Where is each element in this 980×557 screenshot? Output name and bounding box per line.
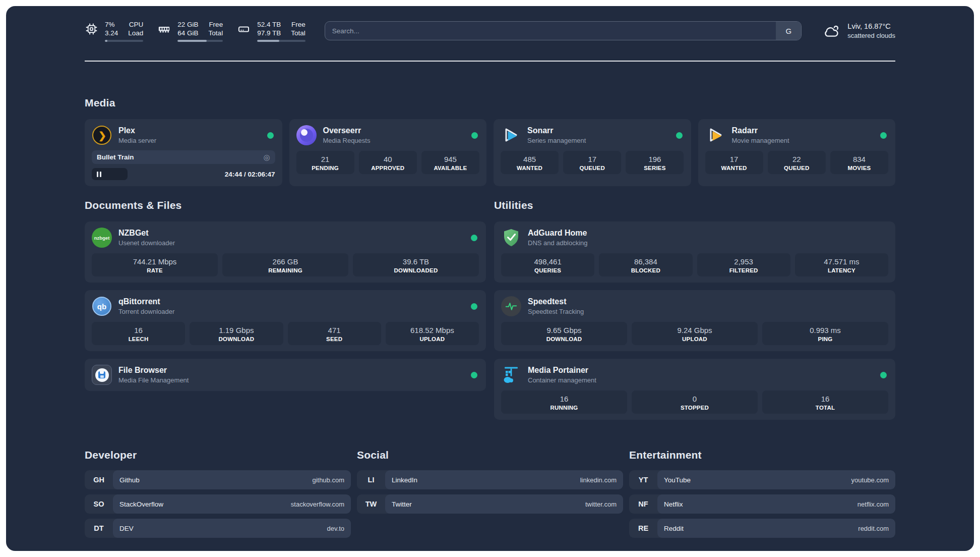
link-name: StackOverflow	[119, 500, 163, 508]
link-abbr: GH	[85, 470, 113, 489]
status-online-dot	[267, 132, 274, 139]
memory-total-label: Total	[209, 29, 223, 37]
stat-box: 196SERIES	[626, 151, 684, 174]
disk-icon	[237, 22, 251, 36]
link-url: youtube.com	[851, 476, 889, 484]
disk-total: 97.9 TB	[257, 29, 281, 37]
cpu-load: 3.24	[105, 29, 118, 37]
link-name: YouTube	[664, 476, 691, 484]
link-name: Netflix	[664, 500, 683, 508]
app-description: DNS and adblocking	[528, 239, 888, 247]
app-description: Series management	[527, 136, 669, 145]
adguard-icon	[501, 228, 521, 248]
stat-box: 0STOPPED	[632, 391, 758, 414]
app-card-portainer[interactable]: Media Portainer Container management 16R…	[494, 359, 895, 420]
app-card-plex[interactable]: ❯ Plex Media server Bullet Train ◎ 24:44…	[85, 119, 282, 186]
link-item-youtube[interactable]: YT YouTubeyoutube.com	[629, 470, 895, 489]
app-card-adguard[interactable]: AdGuard Home DNS and adblocking 498,461Q…	[494, 221, 895, 283]
app-card-overseerr[interactable]: Overseerr Media Requests 21PENDING 40APP…	[289, 119, 487, 186]
disk-free: 52.4 TB	[257, 20, 281, 29]
disk-stat: 52.4 TBFree 97.9 TBTotal	[237, 20, 305, 42]
link-abbr: YT	[629, 470, 657, 489]
link-name: LinkedIn	[392, 476, 417, 484]
app-card-speedtest[interactable]: Speedtest Speedtest Tracking 9.65 GbpsDO…	[494, 290, 895, 351]
media-grid: ❯ Plex Media server Bullet Train ◎ 24:44…	[85, 119, 895, 186]
dashboard: 7%CPU 3.24Load 22 G	[6, 6, 974, 551]
link-url: github.com	[312, 476, 344, 484]
app-card-radarr[interactable]: Radarr Movie management 17WANTED 22QUEUE…	[698, 119, 896, 186]
link-item-netflix[interactable]: NF Netflixnetflix.com	[629, 494, 895, 514]
now-playing-title: Bullet Train	[97, 153, 134, 161]
pause-icon[interactable]	[97, 172, 101, 177]
stat-box: 17WANTED	[705, 151, 763, 174]
portainer-icon	[501, 365, 521, 385]
now-playing-row: Bullet Train ◎	[92, 150, 275, 164]
link-url: twitter.com	[585, 500, 617, 508]
link-item-linkedin[interactable]: LI LinkedInlinkedin.com	[357, 470, 623, 489]
stat-box: 9.65 GbpsDOWNLOAD	[501, 322, 627, 345]
link-abbr: RE	[629, 519, 657, 538]
link-item-github[interactable]: GH Githubgithub.com	[85, 470, 351, 489]
memory-free: 22 GiB	[177, 20, 198, 29]
memory-icon	[157, 22, 171, 36]
link-abbr: NF	[629, 494, 657, 514]
nzbget-icon: nzbget	[92, 228, 112, 248]
sonarr-icon	[501, 125, 521, 145]
radarr-icon	[705, 125, 725, 145]
app-description: Media Requests	[323, 136, 465, 145]
search-engine-button[interactable]: G	[776, 22, 801, 40]
links-social: Social LI LinkedInlinkedin.com TW Twitte…	[357, 449, 623, 543]
stat-box: 945AVAILABLE	[421, 151, 479, 174]
link-name: DEV	[119, 525, 134, 532]
section-title-media: Media	[85, 97, 895, 109]
stat-box: 744.21 MbpsRATE	[92, 253, 218, 276]
link-name: Reddit	[664, 525, 684, 532]
app-card-sonarr[interactable]: Sonarr Series management 485WANTED 17QUE…	[494, 119, 691, 186]
app-name: Speedtest	[528, 297, 888, 307]
memory-stat: 22 GiBFree 64 GiBTotal	[157, 20, 223, 42]
app-name: AdGuard Home	[528, 228, 888, 238]
stat-box: 16TOTAL	[762, 391, 888, 414]
link-abbr: LI	[357, 470, 385, 489]
stat-box: 471SEED	[288, 322, 381, 345]
stat-box: 22QUEUED	[768, 151, 826, 174]
disk-progress-bar	[257, 40, 305, 42]
stat-box: 498,461QUERIES	[501, 253, 594, 276]
overseerr-icon	[296, 125, 317, 145]
section-title-developer: Developer	[85, 449, 351, 461]
app-name: NZBGet	[118, 228, 464, 238]
stat-box: 2,953FILTERED	[697, 253, 790, 276]
stat-box: 266 GBREMAINING	[222, 253, 348, 276]
app-card-filebrowser[interactable]: File Browser Media File Management	[85, 359, 486, 391]
link-item-reddit[interactable]: RE Redditreddit.com	[629, 519, 895, 538]
stat-box: 47.571 msLATENCY	[795, 253, 888, 276]
cpu-stat: 7%CPU 3.24Load	[85, 20, 143, 42]
link-name: Twitter	[392, 500, 412, 508]
section-title-entertainment: Entertainment	[629, 449, 895, 461]
section-title-documents: Documents & Files	[85, 199, 486, 211]
app-card-nzbget[interactable]: nzbget NZBGet Usenet downloader 744.21 M…	[85, 221, 486, 283]
app-name: File Browser	[118, 365, 464, 375]
status-online-dot	[676, 132, 683, 139]
system-stats: 7%CPU 3.24Load 22 G	[85, 20, 305, 42]
filebrowser-icon	[92, 365, 112, 385]
app-description: Media File Management	[118, 376, 464, 384]
link-item-dev[interactable]: DT DEVdev.to	[85, 519, 351, 538]
memory-progress-bar	[177, 40, 223, 42]
app-description: Movie management	[732, 136, 874, 145]
app-card-qbittorrent[interactable]: qb qBittorrent Torrent downloader 16LEEC…	[85, 290, 486, 351]
search-input[interactable]	[325, 27, 776, 35]
player-time: 24:44 / 02:06:47	[225, 171, 275, 178]
search-bar: G	[325, 21, 802, 40]
link-url: netflix.com	[858, 500, 889, 508]
links-developer: Developer GH Githubgithub.com SO StackOv…	[85, 449, 351, 543]
cpu-progress-fill	[105, 40, 107, 42]
weather-widget: Lviv, 16.87°C scattered clouds	[823, 22, 895, 40]
cpu-label: CPU	[129, 20, 144, 29]
link-item-twitter[interactable]: TW Twittertwitter.com	[357, 494, 623, 514]
link-item-stackoverflow[interactable]: SO StackOverflowstackoverflow.com	[85, 494, 351, 514]
stat-box: 485WANTED	[501, 151, 559, 174]
memory-total: 64 GiB	[177, 29, 198, 37]
stat-box: 618.52 MbpsUPLOAD	[386, 322, 479, 345]
stat-box: 21PENDING	[296, 151, 354, 174]
